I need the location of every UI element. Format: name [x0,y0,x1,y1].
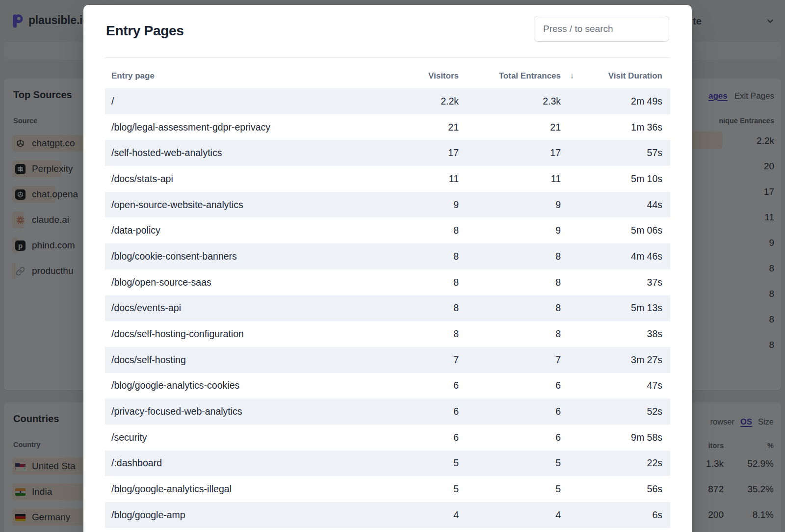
sort-descending-icon[interactable]: ↓ [570,71,575,81]
entrances-cell: 8 [459,251,561,262]
visitors-cell: 6 [380,380,459,391]
entry-page-cell[interactable]: / [105,96,380,107]
modal-title: Entry Pages [106,23,184,39]
visitors-cell: 5 [380,457,459,469]
table-row: /blog/google-analytics-cookies 6 6 47s [105,373,670,399]
entrances-cell: 5 [459,457,561,469]
table-row: /:dashboard 5 5 22s [105,451,670,477]
entrances-cell: 4 [459,509,561,521]
duration-cell: 37s [561,277,670,288]
entry-page-cell[interactable]: /blog/google-analytics-cookies [105,380,380,391]
entrances-cell: 9 [459,199,561,211]
table-row: /self-hosted-web-analytics 17 17 57s [105,140,670,166]
visitors-cell: 7 [380,354,459,366]
table-row: /blog/legal-assessment-gdpr-eprivacy 21 … [105,114,670,140]
entry-page-cell[interactable]: /:dashboard [105,457,380,469]
table-row: /open-source-website-analytics 9 9 44s [105,192,670,218]
table-row: /data-policy 8 9 5m 06s [105,217,670,243]
duration-cell: 22s [561,457,670,469]
entry-page-cell[interactable]: /privacy-focused-web-analytics [105,406,380,417]
entry-pages-table: Entry page Visitors Total Entrances ↓ Vi… [105,64,670,528]
column-header-label: Total Entrances [499,71,561,80]
entry-page-cell[interactable]: /blog/google-analytics-illegal [105,483,380,495]
entrances-cell: 17 [459,147,561,159]
table-row: /blog/open-source-saas 8 8 37s [105,269,670,295]
table-row: /docs/self-hosting 7 7 3m 27s [105,347,670,373]
table-header-row: Entry page Visitors Total Entrances ↓ Vi… [105,64,670,88]
entrances-cell: 6 [459,406,561,417]
table-row: /blog/google-amp 4 4 6s [105,502,670,528]
table-row: /blog/google-analytics-illegal 5 5 56s [105,476,670,502]
divider [105,57,670,58]
visitors-cell: 9 [380,199,459,211]
entrances-cell: 7 [459,354,561,366]
search-input[interactable] [534,16,669,42]
visitors-cell: 21 [380,122,459,133]
visitors-cell: 17 [380,147,459,159]
duration-cell: 1m 36s [561,122,670,133]
entrances-cell: 11 [459,173,561,185]
duration-cell: 6s [561,509,670,521]
duration-cell: 52s [561,406,670,417]
plausible-dashboard: plausible.io te Top Sources Source chatg… [0,0,785,532]
visitors-cell: 8 [380,302,459,314]
entrances-cell: 8 [459,328,561,340]
entry-page-cell[interactable]: /blog/legal-assessment-gdpr-eprivacy [105,122,380,133]
table-row: / 2.2k 2.3k 2m 49s [105,88,670,114]
entrances-cell: 6 [459,380,561,391]
table-body: / 2.2k 2.3k 2m 49s /blog/legal-assessmen… [105,88,670,528]
duration-cell: 56s [561,483,670,495]
entrances-cell: 2.3k [459,96,561,107]
entry-page-cell[interactable]: /blog/open-source-saas [105,277,380,288]
duration-cell: 5m 10s [561,173,670,185]
entry-page-cell[interactable]: /self-hosted-web-analytics [105,147,380,159]
duration-cell: 5m 13s [561,302,670,314]
table-row: /blog/cookie-consent-banners 8 8 4m 46s [105,243,670,269]
duration-cell: 3m 27s [561,354,670,366]
column-header-entry-page[interactable]: Entry page [105,71,380,81]
duration-cell: 4m 46s [561,251,670,262]
visitors-cell: 8 [380,251,459,262]
visitors-cell: 4 [380,509,459,521]
duration-cell: 57s [561,147,670,159]
table-row: /security 6 6 9m 58s [105,425,670,451]
entrances-cell: 6 [459,432,561,443]
entrances-cell: 5 [459,483,561,495]
entrances-cell: 8 [459,302,561,314]
visitors-cell: 6 [380,432,459,443]
entry-pages-modal: Entry Pages Entry page Visitors Total En… [83,5,692,532]
entrances-cell: 9 [459,225,561,236]
table-row: /docs/events-api 8 8 5m 13s [105,295,670,321]
table-row: /docs/self-hosting-configuration 8 8 38s [105,321,670,347]
entry-page-cell[interactable]: /docs/stats-api [105,173,380,185]
column-header-total-entrances[interactable]: Total Entrances ↓ [459,71,561,81]
entrances-cell: 21 [459,122,561,133]
entry-page-cell[interactable]: /docs/self-hosting-configuration [105,328,380,340]
entry-page-cell[interactable]: /docs/events-api [105,302,380,314]
duration-cell: 5m 06s [561,225,670,236]
duration-cell: 38s [561,328,670,340]
entry-page-cell[interactable]: /open-source-website-analytics [105,199,380,211]
visitors-cell: 6 [380,406,459,417]
column-header-visit-duration[interactable]: Visit Duration [561,71,670,81]
entry-page-cell[interactable]: /security [105,432,380,443]
visitors-cell: 8 [380,277,459,288]
duration-cell: 9m 58s [561,432,670,443]
entry-page-cell[interactable]: /docs/self-hosting [105,354,380,366]
visitors-cell: 2.2k [380,96,459,107]
entrances-cell: 8 [459,277,561,288]
column-header-visitors[interactable]: Visitors [380,71,459,81]
visitors-cell: 8 [380,328,459,340]
duration-cell: 44s [561,199,670,211]
duration-cell: 47s [561,380,670,391]
table-row: /privacy-focused-web-analytics 6 6 52s [105,399,670,425]
visitors-cell: 11 [380,173,459,185]
visitors-cell: 5 [380,483,459,495]
entry-page-cell[interactable]: /data-policy [105,225,380,236]
entry-page-cell[interactable]: /blog/google-amp [105,509,380,521]
visitors-cell: 8 [380,225,459,236]
entry-page-cell[interactable]: /blog/cookie-consent-banners [105,251,380,262]
table-row: /docs/stats-api 11 11 5m 10s [105,166,670,192]
duration-cell: 2m 49s [561,96,670,107]
